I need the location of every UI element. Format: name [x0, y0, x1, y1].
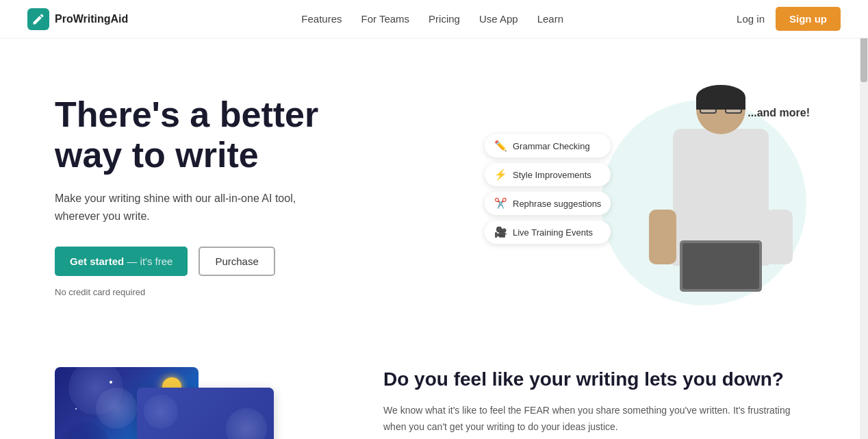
training-icon: 🎥 [494, 226, 507, 238]
nav-use-app[interactable]: Use App [479, 13, 518, 25]
pill-rephrase: ✂️ Rephrase suggestions [485, 192, 611, 215]
navbar: ProWritingAid Features For Teams Pricing… [0, 0, 868, 38]
nav-links: Features For Teams Pricing Use App Learn [301, 13, 563, 25]
login-button[interactable]: Log in [737, 13, 765, 25]
person-arm-left [649, 210, 676, 264]
purchase-button[interactable]: Purchase [199, 247, 275, 276]
feature-pills: ✏️ Grammar Checking ⚡ Style Improvements… [485, 134, 611, 244]
logo-link[interactable]: ProWritingAid [27, 8, 128, 30]
nav-for-teams[interactable]: For Teams [361, 13, 410, 25]
logo-icon [27, 8, 49, 30]
card-swirl-1 [144, 394, 178, 429]
brand-name: ProWritingAid [55, 13, 128, 25]
nav-pricing[interactable]: Pricing [429, 13, 460, 25]
signup-button[interactable]: Sign up [776, 7, 841, 31]
section2-images: My idea in my head [55, 367, 342, 439]
hero-illustration: ✏️ Grammar Checking ⚡ Style Improvements… [485, 79, 813, 312]
section2-text: Do you feel like your writing lets you d… [383, 367, 813, 436]
pill-training: 🎥 Live Training Events [485, 221, 611, 244]
rephrase-icon: ✂️ [494, 197, 507, 210]
scrollbar-rail[interactable] [860, 0, 868, 439]
idea-card [137, 388, 274, 439]
hero-section: There's a better way to write Make your … [0, 38, 868, 340]
star-3 [75, 408, 77, 410]
hero-left: There's a better way to write Make your … [55, 95, 318, 298]
person-figure [642, 79, 800, 305]
nav-features[interactable]: Features [301, 13, 342, 25]
person-arm-right [765, 210, 793, 264]
get-started-button[interactable]: Get started — it's free [55, 247, 188, 276]
hero-title: There's a better way to write [55, 95, 318, 177]
nav-learn[interactable]: Learn [537, 13, 563, 25]
hero-buttons: Get started — it's free Purchase [55, 247, 318, 276]
hero-subtitle: Make your writing shine with our all-in-… [55, 190, 318, 225]
laptop [680, 240, 762, 292]
star-1 [110, 381, 112, 384]
section2: My idea in my head Do you feel like your… [0, 340, 868, 439]
section2-title: Do you feel like your writing lets you d… [383, 367, 813, 392]
pill-style: ⚡ Style Improvements [485, 163, 611, 186]
style-icon: ⚡ [494, 168, 507, 181]
swirl-4 [62, 422, 110, 439]
logo-svg [31, 12, 45, 26]
section2-body: We know what it's like to feel the FEAR … [383, 403, 813, 436]
pill-grammar: ✏️ Grammar Checking [485, 134, 611, 158]
grammar-icon: ✏️ [494, 140, 507, 152]
person-hair [696, 85, 745, 110]
swirl-2 [96, 388, 137, 429]
hero-note: No credit card required [55, 287, 318, 297]
nav-actions: Log in Sign up [737, 7, 841, 31]
